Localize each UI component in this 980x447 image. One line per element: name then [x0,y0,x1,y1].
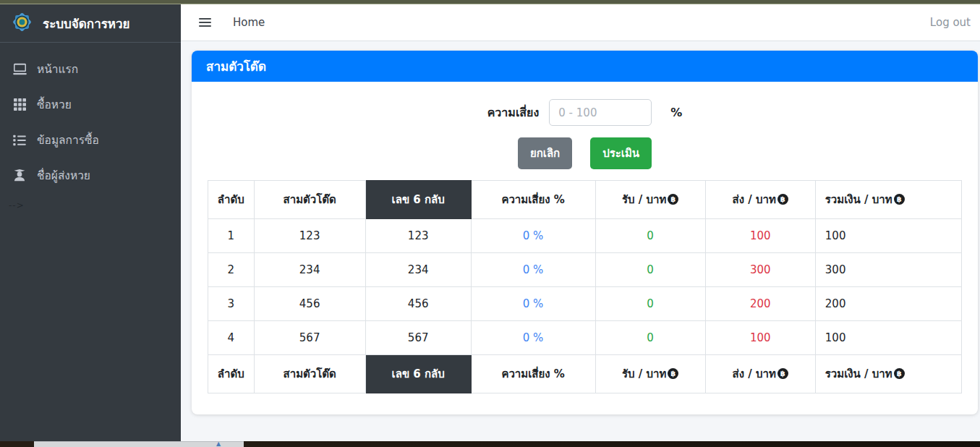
col-total: รวมเงิน / บาท฿ [815,355,961,393]
col-six-permutations: เลข 6 กลับ [365,181,471,219]
evaluate-button[interactable]: ประเมิน [590,137,652,169]
table-row: 3 456 456 0 % 0 200 200 [208,287,962,321]
top-navbar: Home Log out [181,4,980,41]
col-receive: รับ / บาท฿ [595,181,705,219]
baht-icon: ฿ [668,368,678,379]
sidebar-item-label: ซื้อหวย [37,95,72,114]
user-icon [12,169,27,182]
risk-label: ความเสี่ยง [487,103,540,122]
list-icon [12,135,27,146]
sidebar-item-buy[interactable]: ซื้อหวย [0,87,181,122]
sidebar-menu: หน้าแรก ซื้อหวย ข้อมูลการซื้อ [0,43,181,193]
sidebar-item-sender-name[interactable]: ชื่อผู้ส่งหวย [0,158,181,193]
tote-table: ลำดับ สามตัวโต๊ด เลข 6 กลับ ความเสี่ยง %… [208,180,962,393]
scrollbar-track[interactable]: ▲ [34,441,244,447]
baht-icon: ฿ [894,194,905,205]
content-wrapper: สามตัวโต๊ด ความเสี่ยง % ยกเลิก ประเมิน ล… [181,41,980,414]
tote-card: สามตัวโต๊ด ความเสี่ยง % ยกเลิก ประเมิน ล… [192,51,978,414]
desktop-icon [12,63,27,75]
percent-label: % [670,106,682,119]
sidebar-item-label: หน้าแรก [37,60,78,78]
background-window-segment [0,441,34,447]
scroll-arrow-icon[interactable]: ▲ [216,440,221,447]
col-order: ลำดับ [208,181,255,219]
card-body: ความเสี่ยง % ยกเลิก ประเมิน ลำดับ สามตัว… [192,82,978,393]
col-tote: สามตัวโต๊ด [254,355,365,393]
baht-icon: ฿ [777,194,788,205]
table-header-row: ลำดับ สามตัวโต๊ด เลข 6 กลับ ความเสี่ยง %… [208,181,962,219]
nav-home-link[interactable]: Home [233,16,265,29]
col-risk: ความเสี่ยง % [471,181,595,219]
brand[interactable]: ระบบจัดการหวย [0,4,181,43]
col-send: ส่ง / บาท฿ [705,355,815,393]
sidebar-item-home[interactable]: หน้าแรก [0,51,181,87]
table-row: 4 567 567 0 % 0 100 100 [208,321,962,355]
risk-form: ความเสี่ยง % [208,99,962,126]
main-area: Home Log out สามตัวโต๊ด ความเสี่ยง % ยกเ… [181,4,980,441]
col-send: ส่ง / บาท฿ [705,181,815,219]
col-tote: สามตัวโต๊ด [254,181,365,219]
menu-toggle-icon[interactable] [197,15,213,30]
logout-link[interactable]: Log out [930,16,971,29]
card-title: สามตัวโต๊ด [206,56,266,76]
html-comment-artifact: --> [0,193,181,218]
risk-input[interactable] [549,99,652,126]
table-row: 2 234 234 0 % 0 300 300 [208,253,962,287]
sidebar-item-label: ชื่อผู้ส่งหวย [37,166,90,184]
col-risk: ความเสี่ยง % [471,355,595,393]
action-buttons: ยกเลิก ประเมิน [208,137,962,169]
grid-icon [12,98,27,111]
app-logo-icon [10,10,34,37]
baht-icon: ฿ [894,368,905,379]
col-six-permutations: เลข 6 กลับ [365,355,471,393]
app-title: ระบบจัดการหวย [43,14,130,33]
baht-icon: ฿ [668,194,678,205]
background-window-edge: ▲ [0,441,980,447]
col-order: ลำดับ [208,355,255,393]
sidebar-item-label: ข้อมูลการซื้อ [37,131,99,149]
table-row: 1 123 123 0 % 0 100 100 [208,219,962,253]
sidebar: ระบบจัดการหวย หน้าแรก ซื้อหวย [0,4,181,441]
col-receive: รับ / บาท฿ [595,355,705,393]
table-footer-row: ลำดับ สามตัวโต๊ด เลข 6 กลับ ความเสี่ยง %… [208,355,962,393]
background-window-segment [244,441,980,447]
card-header: สามตัวโต๊ด [192,51,978,82]
sidebar-item-purchase-data[interactable]: ข้อมูลการซื้อ [0,122,181,158]
cancel-button[interactable]: ยกเลิก [518,137,572,169]
baht-icon: ฿ [777,368,788,379]
col-total: รวมเงิน / บาท฿ [815,181,961,219]
